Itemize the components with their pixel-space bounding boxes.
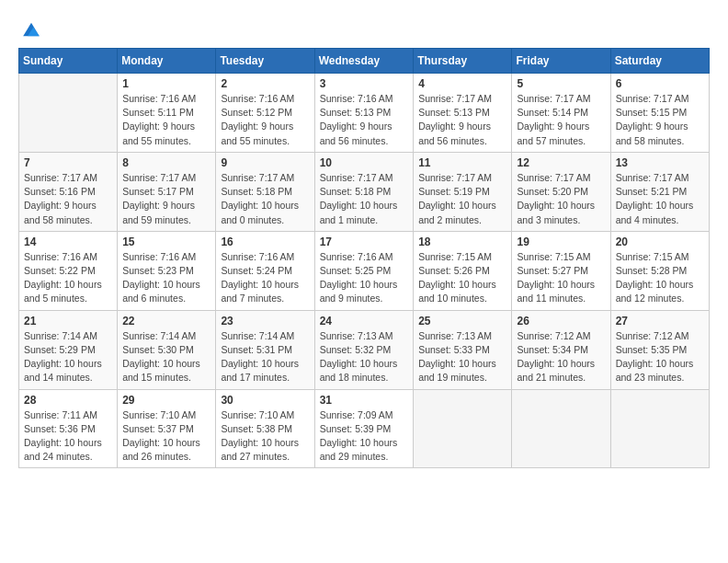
day-number: 16 <box>221 236 309 248</box>
day-number: 26 <box>517 315 605 327</box>
calendar-cell: 16Sunrise: 7:16 AMSunset: 5:24 PMDayligh… <box>216 231 314 310</box>
day-number: 20 <box>616 236 704 248</box>
calendar-cell <box>512 389 610 468</box>
day-number: 17 <box>320 236 409 248</box>
day-info: Sunrise: 7:17 AMSunset: 5:13 PMDaylight:… <box>418 92 506 148</box>
day-info: Sunrise: 7:17 AMSunset: 5:17 PMDaylight:… <box>122 171 210 227</box>
calendar-cell <box>19 74 118 153</box>
day-number: 25 <box>418 315 506 327</box>
day-number: 15 <box>122 236 210 248</box>
day-number: 6 <box>616 77 704 90</box>
day-number: 27 <box>616 315 704 327</box>
calendar-cell: 4Sunrise: 7:17 AMSunset: 5:13 PMDaylight… <box>414 74 512 153</box>
day-number: 30 <box>221 394 309 407</box>
calendar-cell: 20Sunrise: 7:15 AMSunset: 5:28 PMDayligh… <box>610 231 709 310</box>
calendar-cell: 9Sunrise: 7:17 AMSunset: 5:18 PMDaylight… <box>216 152 314 231</box>
day-number: 4 <box>418 77 506 90</box>
calendar-week-3: 14Sunrise: 7:16 AMSunset: 5:22 PMDayligh… <box>19 231 710 310</box>
calendar-cell <box>414 389 512 468</box>
weekday-header-row: SundayMondayTuesdayWednesdayThursdayFrid… <box>19 49 710 74</box>
calendar-table: SundayMondayTuesdayWednesdayThursdayFrid… <box>18 48 710 468</box>
calendar-body: 1Sunrise: 7:16 AMSunset: 5:11 PMDaylight… <box>19 74 710 468</box>
weekday-header-thursday: Thursday <box>414 49 512 74</box>
page-header <box>18 15 710 40</box>
day-number: 22 <box>122 315 210 327</box>
weekday-header-sunday: Sunday <box>19 49 118 74</box>
day-info: Sunrise: 7:15 AMSunset: 5:26 PMDaylight:… <box>418 250 506 306</box>
day-number: 8 <box>122 156 210 169</box>
day-info: Sunrise: 7:16 AMSunset: 5:24 PMDaylight:… <box>221 250 309 306</box>
day-info: Sunrise: 7:17 AMSunset: 5:20 PMDaylight:… <box>517 171 605 227</box>
calendar-cell: 23Sunrise: 7:14 AMSunset: 5:31 PMDayligh… <box>216 310 314 389</box>
calendar-cell: 11Sunrise: 7:17 AMSunset: 5:19 PMDayligh… <box>414 152 512 231</box>
day-number: 14 <box>24 236 112 248</box>
day-info: Sunrise: 7:14 AMSunset: 5:30 PMDaylight:… <box>122 329 210 385</box>
day-number: 23 <box>221 315 309 327</box>
calendar-cell: 31Sunrise: 7:09 AMSunset: 5:39 PMDayligh… <box>314 389 414 468</box>
day-info: Sunrise: 7:14 AMSunset: 5:29 PMDaylight:… <box>24 329 112 385</box>
calendar-cell: 24Sunrise: 7:13 AMSunset: 5:32 PMDayligh… <box>314 310 414 389</box>
day-info: Sunrise: 7:12 AMSunset: 5:35 PMDaylight:… <box>616 329 704 385</box>
day-info: Sunrise: 7:16 AMSunset: 5:11 PMDaylight:… <box>122 92 210 148</box>
day-info: Sunrise: 7:13 AMSunset: 5:32 PMDaylight:… <box>320 329 409 385</box>
day-info: Sunrise: 7:17 AMSunset: 5:18 PMDaylight:… <box>221 171 309 227</box>
day-info: Sunrise: 7:09 AMSunset: 5:39 PMDaylight:… <box>320 408 409 465</box>
day-info: Sunrise: 7:11 AMSunset: 5:36 PMDaylight:… <box>24 408 112 465</box>
calendar-cell: 14Sunrise: 7:16 AMSunset: 5:22 PMDayligh… <box>19 231 118 310</box>
calendar-cell: 7Sunrise: 7:17 AMSunset: 5:16 PMDaylight… <box>19 152 118 231</box>
day-info: Sunrise: 7:15 AMSunset: 5:27 PMDaylight:… <box>517 250 605 306</box>
logo <box>18 18 42 40</box>
day-info: Sunrise: 7:15 AMSunset: 5:28 PMDaylight:… <box>616 250 704 306</box>
day-info: Sunrise: 7:17 AMSunset: 5:16 PMDaylight:… <box>24 171 112 227</box>
day-info: Sunrise: 7:12 AMSunset: 5:34 PMDaylight:… <box>517 329 605 385</box>
day-info: Sunrise: 7:16 AMSunset: 5:23 PMDaylight:… <box>122 250 210 306</box>
calendar-cell: 25Sunrise: 7:13 AMSunset: 5:33 PMDayligh… <box>414 310 512 389</box>
day-number: 12 <box>517 156 605 169</box>
day-info: Sunrise: 7:16 AMSunset: 5:13 PMDaylight:… <box>320 92 409 148</box>
calendar-cell: 27Sunrise: 7:12 AMSunset: 5:35 PMDayligh… <box>610 310 709 389</box>
calendar-cell: 10Sunrise: 7:17 AMSunset: 5:18 PMDayligh… <box>314 152 414 231</box>
calendar-cell: 19Sunrise: 7:15 AMSunset: 5:27 PMDayligh… <box>512 231 610 310</box>
day-info: Sunrise: 7:17 AMSunset: 5:15 PMDaylight:… <box>616 92 704 148</box>
calendar-cell: 26Sunrise: 7:12 AMSunset: 5:34 PMDayligh… <box>512 310 610 389</box>
day-number: 28 <box>24 394 112 407</box>
day-number: 18 <box>418 236 506 248</box>
calendar-cell: 15Sunrise: 7:16 AMSunset: 5:23 PMDayligh… <box>118 231 216 310</box>
calendar-cell: 28Sunrise: 7:11 AMSunset: 5:36 PMDayligh… <box>19 389 118 468</box>
calendar-week-1: 1Sunrise: 7:16 AMSunset: 5:11 PMDaylight… <box>19 74 710 153</box>
day-number: 2 <box>221 77 309 90</box>
day-number: 9 <box>221 156 309 169</box>
calendar-cell: 21Sunrise: 7:14 AMSunset: 5:29 PMDayligh… <box>19 310 118 389</box>
calendar-cell: 8Sunrise: 7:17 AMSunset: 5:17 PMDaylight… <box>118 152 216 231</box>
day-number: 19 <box>517 236 605 248</box>
calendar-cell: 22Sunrise: 7:14 AMSunset: 5:30 PMDayligh… <box>118 310 216 389</box>
day-number: 7 <box>24 156 112 169</box>
day-number: 29 <box>122 394 210 407</box>
calendar-cell: 18Sunrise: 7:15 AMSunset: 5:26 PMDayligh… <box>414 231 512 310</box>
day-number: 1 <box>122 77 210 90</box>
calendar-cell: 12Sunrise: 7:17 AMSunset: 5:20 PMDayligh… <box>512 152 610 231</box>
calendar-cell <box>610 389 709 468</box>
calendar-header: SundayMondayTuesdayWednesdayThursdayFrid… <box>19 49 710 74</box>
day-info: Sunrise: 7:17 AMSunset: 5:21 PMDaylight:… <box>616 171 704 227</box>
day-number: 11 <box>418 156 506 169</box>
day-number: 21 <box>24 315 112 327</box>
day-info: Sunrise: 7:17 AMSunset: 5:18 PMDaylight:… <box>320 171 409 227</box>
calendar-cell: 30Sunrise: 7:10 AMSunset: 5:38 PMDayligh… <box>216 389 314 468</box>
day-number: 3 <box>320 77 409 90</box>
calendar-week-5: 28Sunrise: 7:11 AMSunset: 5:36 PMDayligh… <box>19 389 710 468</box>
calendar-cell: 6Sunrise: 7:17 AMSunset: 5:15 PMDaylight… <box>610 74 709 153</box>
calendar-cell: 2Sunrise: 7:16 AMSunset: 5:12 PMDaylight… <box>216 74 314 153</box>
day-info: Sunrise: 7:16 AMSunset: 5:12 PMDaylight:… <box>221 92 309 148</box>
weekday-header-friday: Friday <box>512 49 610 74</box>
calendar-week-4: 21Sunrise: 7:14 AMSunset: 5:29 PMDayligh… <box>19 310 710 389</box>
logo-icon <box>20 18 42 40</box>
weekday-header-monday: Monday <box>118 49 216 74</box>
weekday-header-wednesday: Wednesday <box>314 49 414 74</box>
weekday-header-saturday: Saturday <box>610 49 709 74</box>
weekday-header-tuesday: Tuesday <box>216 49 314 74</box>
day-info: Sunrise: 7:13 AMSunset: 5:33 PMDaylight:… <box>418 329 506 385</box>
day-info: Sunrise: 7:10 AMSunset: 5:37 PMDaylight:… <box>122 408 210 465</box>
day-number: 24 <box>320 315 409 327</box>
day-info: Sunrise: 7:16 AMSunset: 5:22 PMDaylight:… <box>24 250 112 306</box>
